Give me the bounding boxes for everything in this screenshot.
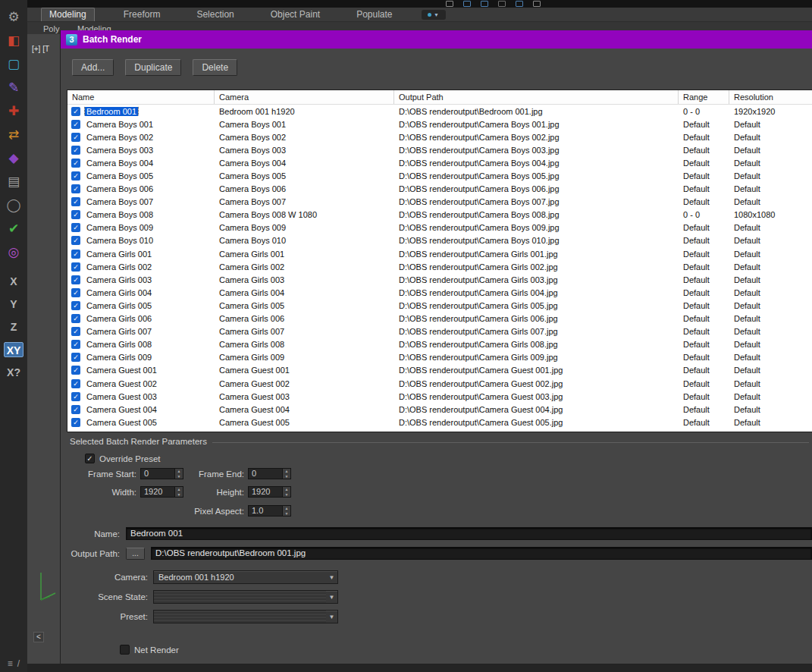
table-row[interactable]: ✓Camera Boys 004Camera Boys 004D:\OBS re…: [67, 156, 812, 169]
save-icon[interactable]: ▤: [5, 174, 23, 190]
render-setup-icon[interactable]: [481, 1, 488, 7]
table-row[interactable]: ✓Camera Girls 001Camera Girls 001D:\OBS …: [67, 247, 812, 260]
scroll-left-button[interactable]: <: [33, 632, 44, 642]
add-button[interactable]: Add...: [72, 59, 114, 76]
camera-dropdown[interactable]: Bedroom 001 h1920 ▼: [153, 570, 338, 584]
row-checkbox[interactable]: ✓: [71, 197, 80, 206]
delete-button[interactable]: Delete: [193, 59, 237, 76]
wireframe-box-icon[interactable]: ▢: [5, 56, 23, 73]
name-input[interactable]: Bedroom 001: [126, 527, 812, 540]
row-checkbox[interactable]: ✓: [71, 250, 80, 259]
table-row[interactable]: ✓Camera Guest 004Camera Guest 004D:\OBS …: [67, 403, 812, 416]
swap-arrows-icon[interactable]: ⇄: [5, 127, 23, 143]
teapot-icon[interactable]: [533, 1, 541, 7]
column-header-camera[interactable]: Camera: [215, 90, 394, 104]
table-row[interactable]: ✓Camera Boys 008Camera Boys 008 W 1080D:…: [67, 209, 812, 221]
frame-start-spinner[interactable]: 0 ▲▼: [140, 468, 183, 479]
ribbon-tab-freeform[interactable]: Freeform: [116, 8, 168, 21]
axis-button-y[interactable]: Y: [4, 297, 24, 312]
row-checkbox[interactable]: ✓: [71, 327, 80, 336]
table-row[interactable]: ✓Camera Boys 010Camera Boys 010D:\OBS re…: [67, 234, 812, 247]
ribbon-tab-object-paint[interactable]: Object Paint: [263, 8, 328, 21]
snap-cross-icon[interactable]: ✚: [5, 103, 23, 120]
pencil-lines-icon[interactable]: ✎: [5, 80, 23, 96]
window-icon[interactable]: [446, 1, 453, 7]
table-row[interactable]: ✓Camera Boys 001Camera Boys 001D:\OBS re…: [67, 118, 812, 130]
row-checkbox[interactable]: ✓: [71, 171, 80, 181]
frame-end-spinner[interactable]: 0 ▲▼: [248, 468, 291, 479]
row-checkbox[interactable]: ✓: [71, 379, 80, 388]
pixel-aspect-spinner[interactable]: 1.0 ▲▼: [248, 505, 291, 517]
axis-button-z[interactable]: Z: [4, 319, 24, 334]
spinner-arrows-icon[interactable]: ▲▼: [282, 469, 290, 479]
row-checkbox[interactable]: ✓: [71, 159, 80, 168]
table-row[interactable]: ✓Camera Girls 006Camera Girls 006D:\OBS …: [67, 312, 812, 325]
ribbon-overflow-dropdown[interactable]: ▼: [422, 10, 446, 20]
table-row[interactable]: ✓Camera Boys 007Camera Boys 007D:\OBS re…: [67, 196, 812, 209]
row-checkbox[interactable]: ✓: [71, 301, 80, 310]
row-checkbox[interactable]: ✓: [71, 223, 80, 232]
spinner-arrows-icon[interactable]: ▲▼: [282, 487, 290, 497]
override-preset-checkbox[interactable]: ✓: [85, 454, 95, 463]
viewport-label[interactable]: [+] [T: [32, 45, 49, 53]
width-spinner[interactable]: 1920 ▲▼: [140, 486, 183, 498]
table-row[interactable]: ✓Camera Girls 009Camera Girls 009D:\OBS …: [67, 351, 812, 364]
row-checkbox[interactable]: ✓: [71, 288, 80, 297]
table-row[interactable]: ✓Bedroom 001Bedroom 001 h1920D:\OBS rend…: [67, 105, 812, 118]
mirror-tool-icon[interactable]: ◧: [5, 33, 23, 49]
table-row[interactable]: ✓Camera Girls 008Camera Girls 008D:\OBS …: [67, 338, 812, 351]
check-icon[interactable]: ✔: [5, 221, 23, 237]
table-row[interactable]: ✓Camera Girls 004Camera Girls 004D:\OBS …: [67, 286, 812, 299]
row-checkbox[interactable]: ✓: [71, 418, 80, 427]
table-row[interactable]: ✓Camera Boys 006Camera Boys 006D:\OBS re…: [67, 183, 812, 196]
row-checkbox[interactable]: ✓: [71, 120, 80, 129]
gear-icon[interactable]: ⚙: [5, 9, 23, 26]
table-row[interactable]: ✓Camera Guest 005Camera Guest 005D:\OBS …: [67, 416, 812, 429]
table-row[interactable]: ✓Camera Boys 009Camera Boys 009D:\OBS re…: [67, 221, 812, 234]
table-row[interactable]: ✓Camera Girls 007Camera Girls 007D:\OBS …: [67, 325, 812, 338]
height-spinner[interactable]: 1920 ▲▼: [248, 486, 291, 498]
duplicate-button[interactable]: Duplicate: [125, 59, 181, 76]
spinner-arrows-icon[interactable]: ▲▼: [174, 469, 183, 479]
monitor-icon[interactable]: [463, 1, 471, 7]
table-row[interactable]: ✓Camera Girls 003Camera Girls 003D:\OBS …: [67, 273, 812, 286]
row-checkbox[interactable]: ✓: [71, 262, 80, 272]
browse-output-path-button[interactable]: ...: [126, 548, 145, 560]
row-checkbox[interactable]: ✓: [71, 146, 80, 155]
row-checkbox[interactable]: ✓: [71, 275, 80, 284]
ribbon-tab-selection[interactable]: Selection: [189, 8, 241, 21]
table-row[interactable]: ✓Camera Girls 005Camera Girls 005D:\OBS …: [67, 299, 812, 312]
table-row[interactable]: ✓Camera Guest 003Camera Guest 003D:\OBS …: [67, 390, 812, 403]
column-header-output-path[interactable]: Output Path: [394, 90, 679, 104]
table-row[interactable]: ✓Camera Boys 002Camera Boys 002D:\OBS re…: [67, 130, 812, 143]
render-icon[interactable]: [516, 1, 523, 7]
table-row[interactable]: ✓Camera Boys 003Camera Boys 003D:\OBS re…: [67, 143, 812, 156]
net-render-checkbox[interactable]: [120, 645, 130, 655]
table-row[interactable]: ✓Camera Guest 002Camera Guest 002D:\OBS …: [67, 377, 812, 390]
row-checkbox[interactable]: ✓: [71, 366, 80, 375]
scene-state-dropdown[interactable]: ▼: [153, 590, 338, 604]
table-row[interactable]: ✓Camera Girls 002Camera Girls 002D:\OBS …: [67, 260, 812, 273]
table-row[interactable]: ✓Camera Guest 001Camera Guest 001D:\OBS …: [67, 364, 812, 377]
dialog-title-bar[interactable]: 3 Batch Render: [61, 30, 812, 49]
preset-dropdown[interactable]: ▼: [153, 610, 338, 623]
column-header-name[interactable]: Name: [67, 90, 215, 104]
axis-button-x[interactable]: X: [4, 274, 24, 289]
ribbon-tab-populate[interactable]: Populate: [349, 8, 400, 21]
row-checkbox[interactable]: ✓: [71, 210, 80, 219]
table-row[interactable]: ✓Camera Boys 005Camera Boys 005D:\OBS re…: [67, 169, 812, 182]
row-checkbox[interactable]: ✓: [71, 392, 80, 401]
listener-icon[interactable]: ≡: [8, 658, 13, 669]
row-checkbox[interactable]: ✓: [71, 184, 80, 193]
row-checkbox[interactable]: ✓: [71, 405, 80, 414]
rings-icon[interactable]: ◎: [5, 244, 23, 261]
row-checkbox[interactable]: ✓: [71, 133, 80, 142]
row-checkbox[interactable]: ✓: [71, 314, 80, 323]
row-checkbox[interactable]: ✓: [71, 340, 80, 349]
column-header-range[interactable]: Range: [679, 90, 729, 104]
spinner-arrows-icon[interactable]: ▲▼: [282, 506, 290, 516]
frame-buffer-icon[interactable]: [498, 1, 506, 7]
cube-icon[interactable]: ◆: [5, 150, 23, 167]
slash-icon[interactable]: /: [17, 658, 20, 669]
output-path-input[interactable]: D:\OBS renderoutput\Bedroom 001.jpg: [151, 547, 812, 560]
